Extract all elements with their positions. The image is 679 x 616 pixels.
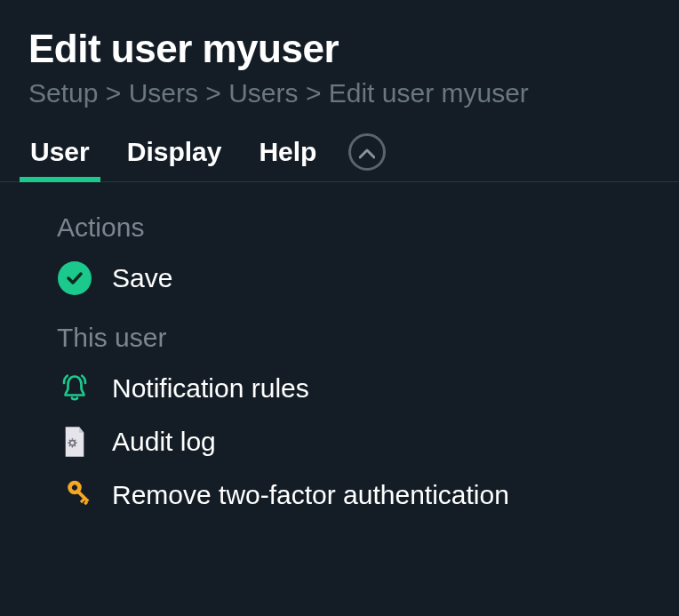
notification-rules-button[interactable]: Notification rules bbox=[57, 371, 622, 406]
breadcrumb-item[interactable]: Setup bbox=[28, 78, 98, 108]
breadcrumb-sep: > bbox=[306, 78, 322, 108]
save-button[interactable]: Save bbox=[57, 260, 622, 296]
bell-icon bbox=[59, 372, 91, 404]
remove-2fa-label: Remove two-factor authentication bbox=[112, 480, 509, 510]
file-gear-icon bbox=[60, 426, 89, 458]
svg-line-8 bbox=[69, 445, 70, 446]
notification-rules-label: Notification rules bbox=[112, 373, 309, 404]
audit-log-label: Audit log bbox=[112, 427, 216, 457]
collapse-panel-button[interactable] bbox=[348, 133, 386, 171]
tab-display[interactable]: Display bbox=[122, 128, 228, 181]
save-label: Save bbox=[112, 263, 172, 293]
tab-help[interactable]: Help bbox=[253, 128, 322, 181]
remove-2fa-button[interactable]: Remove two-factor authentication bbox=[57, 477, 622, 513]
audit-log-button[interactable]: Audit log bbox=[57, 424, 622, 460]
section-label-this-user: This user bbox=[57, 323, 622, 353]
checkmark-circle-icon bbox=[58, 261, 92, 295]
svg-line-5 bbox=[69, 440, 70, 441]
breadcrumb-sep: > bbox=[106, 78, 122, 108]
breadcrumb-item[interactable]: Users bbox=[228, 78, 298, 108]
section-label-actions: Actions bbox=[57, 212, 622, 243]
breadcrumb-item[interactable]: Users bbox=[129, 78, 198, 108]
tab-user[interactable]: User bbox=[25, 128, 95, 181]
breadcrumb-item[interactable]: Edit user myuser bbox=[329, 78, 529, 108]
svg-line-7 bbox=[75, 440, 76, 441]
page-title: Edit user myuser bbox=[28, 27, 651, 71]
chevron-up-icon bbox=[359, 148, 375, 159]
breadcrumb: Setup > Users > Users > Edit user myuser bbox=[28, 78, 651, 108]
key-icon bbox=[59, 479, 91, 511]
breadcrumb-sep: > bbox=[205, 78, 221, 108]
svg-line-6 bbox=[75, 445, 76, 446]
tab-bar: User Display Help bbox=[0, 128, 679, 182]
